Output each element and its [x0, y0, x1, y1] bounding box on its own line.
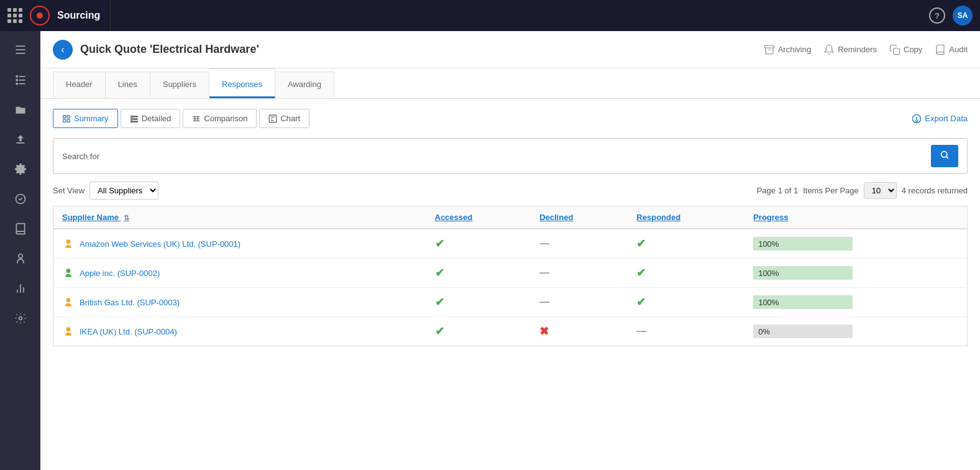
tab-suppliers[interactable]: Suppliers [150, 71, 209, 98]
progress-text: 100% [753, 239, 784, 249]
app-title: Sourcing [57, 10, 100, 21]
page-info: Page 1 of 1 [757, 186, 799, 195]
accessed-cell: ✔ [426, 229, 531, 259]
dash-icon: — [636, 326, 646, 336]
check-icon: ✔ [636, 296, 646, 308]
svg-point-27 [66, 269, 71, 273]
svg-rect-19 [133, 116, 137, 116]
check-icon: ✔ [435, 325, 444, 338]
sidebar-chart-icon[interactable] [8, 276, 33, 301]
accessed-cell: ✔ [426, 288, 531, 317]
svg-rect-17 [67, 119, 70, 122]
tab-header[interactable]: Header [53, 71, 106, 98]
sidebar-gear-icon[interactable] [8, 306, 33, 331]
dash-icon: — [539, 238, 549, 249]
check-icon: ✔ [636, 267, 646, 279]
subtab-comparison-label: Comparison [204, 114, 247, 123]
progress-cell: 100% [744, 288, 967, 317]
col-responded[interactable]: Responded [628, 206, 744, 229]
items-per-page-select[interactable]: 10 [864, 182, 897, 199]
subtab-comparison[interactable]: Comparison [183, 109, 257, 128]
help-icon[interactable]: ? [929, 7, 945, 24]
sidebar-person-icon[interactable] [8, 246, 33, 271]
progress-bar: 100% [753, 295, 853, 309]
subtab-detailed-label: Detailed [142, 114, 172, 123]
svg-rect-18 [131, 116, 132, 117]
subtab-detailed[interactable]: Detailed [121, 109, 181, 128]
export-data-button[interactable]: Export Data [912, 114, 968, 124]
svg-rect-22 [131, 121, 132, 122]
declined-cell: — [531, 229, 628, 259]
back-button[interactable]: ‹ [53, 40, 73, 60]
svg-rect-24 [270, 115, 277, 122]
progress-cell: 100% [744, 259, 967, 288]
archiving-label: Archiving [778, 45, 811, 54]
copy-button[interactable]: Copy [889, 44, 922, 55]
sidebar-menu-icon[interactable] [8, 37, 33, 62]
sidebar-check-icon[interactable] [8, 187, 33, 211]
suppliers-table: Supplier Name ⇅ Accessed Declined Respon… [53, 206, 968, 346]
top-nav: Sourcing ? SA [0, 0, 980, 31]
grid-menu[interactable] [7, 8, 22, 23]
supplier-link[interactable]: British Gas Ltd. (SUP-0003) [80, 298, 180, 307]
svg-rect-5 [16, 79, 17, 81]
sidebar-folder-icon[interactable] [8, 97, 33, 122]
col-declined[interactable]: Declined [531, 206, 628, 229]
progress-text: 100% [753, 269, 784, 278]
sub-content: Summary Detailed Comparison Chart E [40, 99, 980, 470]
svg-point-11 [19, 317, 22, 320]
col-supplier-name[interactable]: Supplier Name ⇅ [53, 206, 426, 229]
svg-rect-2 [16, 53, 25, 54]
export-label: Export Data [925, 114, 968, 123]
x-icon: ✖ [539, 325, 549, 338]
supplier-icon [62, 325, 75, 338]
view-select[interactable]: All Suppliers [89, 182, 158, 200]
progress-bar: 0% [753, 325, 853, 338]
subtab-chart[interactable]: Chart [259, 109, 309, 128]
table-row: IKEA (UK) Ltd. (SUP-0004) ✔✖— 0% [53, 317, 968, 346]
accessed-cell: ✔ [426, 317, 531, 346]
sidebar-book-icon[interactable] [8, 216, 33, 241]
dash-icon: — [539, 267, 549, 278]
reminders-button[interactable]: Reminders [823, 44, 877, 55]
subtab-summary[interactable]: Summary [53, 109, 118, 128]
col-progress[interactable]: Progress [744, 206, 967, 229]
search-label: Search for [62, 152, 99, 161]
sidebar-list-icon[interactable] [8, 67, 33, 92]
supplier-link[interactable]: IKEA (UK) Ltd. (SUP-0004) [80, 327, 177, 336]
svg-rect-14 [63, 115, 66, 118]
declined-cell: ✖ [531, 317, 628, 346]
col-accessed[interactable]: Accessed [426, 206, 531, 229]
table-row: Amazon Web Services (UK) Ltd. (SUP-0001)… [53, 229, 968, 259]
table-row: British Gas Ltd. (SUP-0003) ✔—✔ 100% [53, 288, 968, 317]
sub-tabs: Summary Detailed Comparison Chart E [53, 109, 968, 128]
audit-button[interactable]: Audit [935, 44, 968, 55]
svg-point-10 [18, 254, 22, 259]
user-avatar[interactable]: SA [953, 6, 973, 25]
tab-responses[interactable]: Responses [209, 68, 275, 98]
svg-point-28 [66, 298, 71, 302]
tab-awarding[interactable]: Awarding [275, 71, 334, 98]
supplier-link[interactable]: Apple inc. (SUP-0002) [80, 269, 160, 278]
reminders-label: Reminders [838, 45, 877, 54]
responded-cell: ✔ [628, 259, 744, 288]
sidebar-upload-icon[interactable] [8, 127, 33, 152]
search-input[interactable] [106, 149, 925, 164]
supplier-name-cell: Amazon Web Services (UK) Ltd. (SUP-0001) [53, 229, 426, 259]
archiving-button[interactable]: Archiving [764, 44, 811, 55]
progress-text: 100% [753, 298, 784, 307]
svg-point-29 [66, 327, 71, 331]
tab-lines[interactable]: Lines [106, 71, 150, 98]
search-button[interactable] [931, 145, 958, 167]
check-icon: ✔ [435, 296, 444, 308]
main-layout: ‹ Quick Quote 'Electrical Hardware' Arch… [0, 31, 980, 470]
supplier-link[interactable]: Amazon Web Services (UK) Ltd. (SUP-0001) [80, 239, 240, 249]
search-bar: Search for [53, 138, 968, 174]
audit-label: Audit [949, 45, 968, 54]
responded-cell: ✔ [628, 229, 744, 259]
svg-rect-6 [19, 80, 25, 81]
supplier-icon [62, 296, 75, 308]
svg-rect-23 [133, 121, 137, 122]
check-icon: ✔ [435, 237, 444, 250]
sidebar-settings2-icon[interactable] [8, 157, 33, 182]
